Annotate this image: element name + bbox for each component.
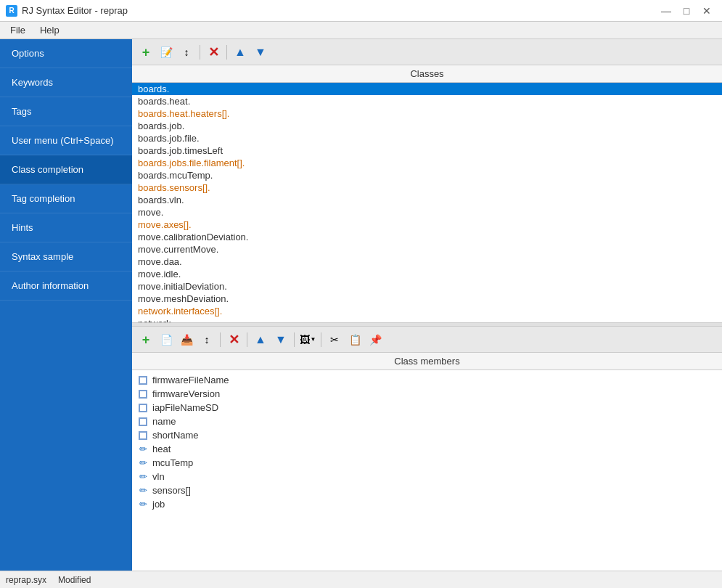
rename-icon: 📝 (160, 46, 173, 58)
up-icon: ▲ (234, 46, 246, 59)
member-list-item[interactable]: ✏sensors[] (132, 483, 722, 497)
minimize-button[interactable]: — (657, 4, 676, 18)
classes-list-item[interactable]: boards.job.timesLeft (132, 144, 722, 157)
add-icon: + (142, 46, 150, 59)
property-icon (138, 417, 148, 427)
sidebar-item-tag-completion[interactable]: Tag completion (0, 184, 132, 213)
classes-list-item[interactable]: move.currentMove. (132, 243, 722, 256)
sort-member-button[interactable]: ↕ (197, 330, 216, 349)
members-list[interactable]: firmwareFileNamefirmwareVersioniapFileNa… (132, 370, 722, 571)
sidebar-item-author-info[interactable]: Author information (0, 271, 132, 301)
member-label: firmwareVersion (152, 388, 220, 399)
delete-member-button[interactable]: ✕ (224, 330, 243, 349)
move-up-member-button[interactable]: ▲ (251, 330, 270, 349)
toolbar-sep-4 (247, 332, 247, 347)
window-title: RJ Syntax Editor - reprap (22, 5, 657, 16)
property-icon (138, 389, 148, 399)
paste-button[interactable]: 📌 (366, 330, 385, 349)
sidebar-item-options[interactable]: Options (0, 39, 132, 68)
classes-panel: Classes boards.boards.heat.boards.heat.h… (132, 65, 722, 322)
window-controls: — □ ✕ (657, 4, 716, 18)
sidebar-item-user-menu[interactable]: User menu (Ctrl+Space) (0, 126, 132, 155)
member-list-item[interactable]: ✏vln (132, 470, 722, 483)
member-list-item[interactable]: shortName (132, 428, 722, 442)
new-file-button[interactable]: 📄 (157, 330, 176, 349)
sidebar-item-syntax-sample[interactable]: Syntax sample (0, 242, 132, 271)
status-modified: Modified (58, 575, 91, 585)
classes-list-item[interactable]: boards.job.file. (132, 132, 722, 144)
members-toolbar: + 📄 📥 ↕ ✕ ▲ ▼ 🖼 (132, 327, 722, 353)
classes-list-item[interactable]: move.initialDeviation. (132, 280, 722, 293)
classes-list-item[interactable]: network.interfaces[]. (132, 305, 722, 317)
member-label: firmwareFileName (152, 375, 229, 385)
copy-button[interactable]: 📋 (345, 330, 364, 349)
object-icon: ✏ (138, 444, 148, 454)
sort-member-icon: ↕ (205, 334, 210, 346)
classes-list-item[interactable]: boards.jobs.file.filament[]. (132, 157, 722, 169)
add-member-icon: + (142, 333, 150, 346)
image-icon: 🖼 (300, 334, 310, 346)
cut-button[interactable]: ✂ (325, 330, 344, 349)
classes-list-item[interactable]: move.axes[]. (132, 219, 722, 231)
statusbar: reprap.syx Modified (0, 571, 722, 588)
sidebar-item-tags[interactable]: Tags (0, 97, 132, 126)
classes-list-item[interactable]: boards.job. (132, 120, 722, 132)
member-list-item[interactable]: name (132, 415, 722, 428)
classes-list-item[interactable]: boards.vln. (132, 194, 722, 206)
move-down-class-button[interactable]: ▼ (251, 43, 270, 62)
close-button[interactable]: ✕ (697, 4, 716, 18)
sidebar-item-class-completion[interactable]: Class completion (0, 155, 132, 184)
classes-list-item[interactable]: boards.heat.heaters[]. (132, 107, 722, 120)
classes-list-item[interactable]: network (132, 317, 722, 322)
sidebar-item-keywords[interactable]: Keywords (0, 68, 132, 97)
classes-list-item[interactable]: move.daa. (132, 256, 722, 268)
member-label: heat (152, 444, 171, 454)
classes-list-item[interactable]: boards.mcuTemp. (132, 169, 722, 181)
members-panel-header: Class members (132, 353, 722, 370)
sidebar: Options Keywords Tags User menu (Ctrl+Sp… (0, 39, 132, 571)
classes-list-item[interactable]: move.meshDeviation. (132, 293, 722, 305)
delete-class-button[interactable]: ✕ (204, 43, 223, 62)
classes-list[interactable]: boards.boards.heat.boards.heat.heaters[]… (132, 83, 722, 322)
sort-class-button[interactable]: ↕ (177, 43, 196, 62)
delete-member-icon: ✕ (229, 333, 239, 346)
object-icon: ✏ (138, 486, 148, 496)
titlebar: R RJ Syntax Editor - reprap — □ ✕ (0, 0, 722, 22)
rename-class-button[interactable]: 📝 (157, 43, 176, 62)
member-list-item[interactable]: ✏heat (132, 442, 722, 456)
classes-list-item[interactable]: move.idle. (132, 268, 722, 280)
paste-icon: 📌 (369, 334, 382, 346)
member-label: mcuTemp (152, 457, 193, 468)
classes-list-item[interactable]: move. (132, 206, 722, 219)
import-button[interactable]: 📥 (177, 330, 196, 349)
member-label: name (152, 416, 176, 427)
member-list-item[interactable]: firmwareFileName (132, 373, 722, 387)
sidebar-item-hints[interactable]: Hints (0, 213, 132, 242)
member-list-item[interactable]: ✏job (132, 497, 722, 511)
classes-list-item[interactable]: move.calibrationDeviation. (132, 231, 722, 243)
classes-list-item[interactable]: boards. (132, 83, 722, 95)
move-up-class-button[interactable]: ▲ (231, 43, 250, 62)
member-list-item[interactable]: ✏mcuTemp (132, 456, 722, 470)
member-label: shortName (152, 430, 199, 441)
maximize-button[interactable]: □ (677, 4, 696, 18)
classes-panel-header: Classes (132, 65, 722, 83)
down-member-icon: ▼ (275, 333, 287, 346)
classes-list-item[interactable]: boards.sensors[]. (132, 181, 722, 194)
member-list-item[interactable]: iapFileNameSD (132, 401, 722, 415)
toolbar-sep-5 (294, 332, 295, 347)
toolbar-sep-3 (220, 332, 221, 347)
copy-icon: 📋 (349, 334, 361, 346)
add-class-button[interactable]: + (136, 43, 155, 62)
import-icon: 📥 (181, 334, 193, 346)
image-button[interactable]: 🖼 ▼ (298, 330, 317, 349)
menubar: File Help (0, 22, 722, 39)
member-list-item[interactable]: firmwareVersion (132, 387, 722, 401)
menu-help[interactable]: Help (33, 23, 67, 37)
object-icon: ✏ (138, 472, 148, 482)
menu-file[interactable]: File (3, 23, 33, 37)
classes-list-item[interactable]: boards.heat. (132, 95, 722, 107)
move-down-member-button[interactable]: ▼ (271, 330, 290, 349)
add-member-button[interactable]: + (136, 330, 155, 349)
app-icon: R (6, 5, 17, 17)
